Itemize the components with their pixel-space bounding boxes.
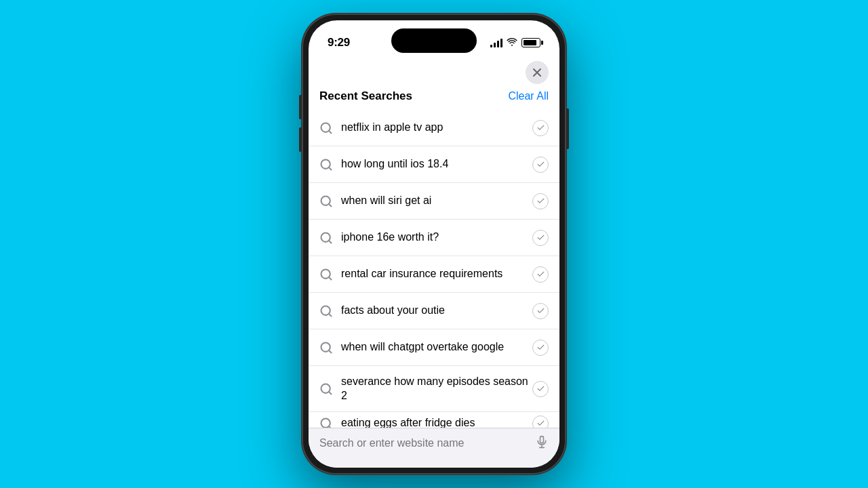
search-item-text: iphone 16e worth it? [341, 230, 532, 245]
battery-icon [521, 38, 540, 47]
status-icons [490, 37, 540, 49]
remove-item-button[interactable] [532, 266, 549, 283]
search-item-text: when will chatgpt overtake google [341, 340, 532, 354]
remove-item-button[interactable] [532, 340, 549, 356]
list-item[interactable]: netflix in apple tv app [309, 110, 559, 146]
search-icon [319, 231, 341, 245]
dynamic-island [391, 28, 477, 53]
phone-screen: 9:29 [309, 20, 559, 468]
list-item[interactable]: severance how many episodes season 2 [309, 366, 559, 412]
list-item[interactable]: eating eggs after fridge dies [309, 412, 559, 428]
list-item[interactable]: how long until ios 18.4 [309, 146, 559, 183]
remove-item-button[interactable] [532, 120, 549, 136]
search-item-text: when will siri get ai [341, 194, 532, 208]
recent-searches-label: Recent Searches [319, 89, 412, 103]
list-item[interactable]: when will chatgpt overtake google [309, 329, 559, 366]
close-button-row [309, 56, 559, 87]
remove-item-button[interactable] [532, 415, 549, 428]
search-item-text: how long until ios 18.4 [341, 157, 532, 171]
status-time: 9:29 [328, 36, 350, 49]
search-item-text: facts about your outie [341, 304, 532, 318]
search-icon [319, 195, 341, 208]
wifi-icon [507, 37, 517, 49]
search-item-text: rental car insurance requirements [341, 267, 532, 281]
search-input[interactable] [319, 437, 530, 449]
search-item-text: netflix in apple tv app [341, 121, 532, 135]
remove-item-button[interactable] [532, 230, 549, 246]
recent-searches-header: Recent Searches Clear All [309, 87, 559, 110]
list-item[interactable]: facts about your outie [309, 293, 559, 329]
search-list: netflix in apple tv app how long unt [309, 110, 559, 428]
main-content: Recent Searches Clear All netflix in app… [309, 56, 559, 468]
search-item-text: eating eggs after fridge dies [341, 416, 532, 428]
list-item[interactable]: rental car insurance requirements [309, 256, 559, 293]
microphone-icon[interactable] [535, 435, 549, 451]
search-icon [319, 304, 341, 318]
phone-frame: 9:29 [302, 14, 566, 474]
close-button[interactable] [526, 61, 549, 84]
search-icon [319, 382, 341, 396]
remove-item-button[interactable] [532, 157, 549, 173]
search-icon [319, 121, 341, 135]
search-icon [319, 417, 341, 428]
search-icon [319, 341, 341, 354]
list-item[interactable]: when will siri get ai [309, 183, 559, 220]
status-bar: 9:29 [309, 20, 559, 56]
remove-item-button[interactable] [532, 381, 549, 397]
search-icon [319, 158, 341, 171]
svg-rect-9 [540, 436, 544, 443]
close-icon [532, 68, 542, 77]
search-bar[interactable] [309, 428, 559, 468]
remove-item-button[interactable] [532, 303, 549, 319]
search-icon [319, 268, 341, 281]
list-item[interactable]: iphone 16e worth it? [309, 220, 559, 256]
clear-all-button[interactable]: Clear All [508, 90, 549, 102]
signal-bars-icon [490, 38, 502, 47]
remove-item-button[interactable] [532, 193, 549, 209]
search-item-text: severance how many episodes season 2 [341, 375, 532, 403]
